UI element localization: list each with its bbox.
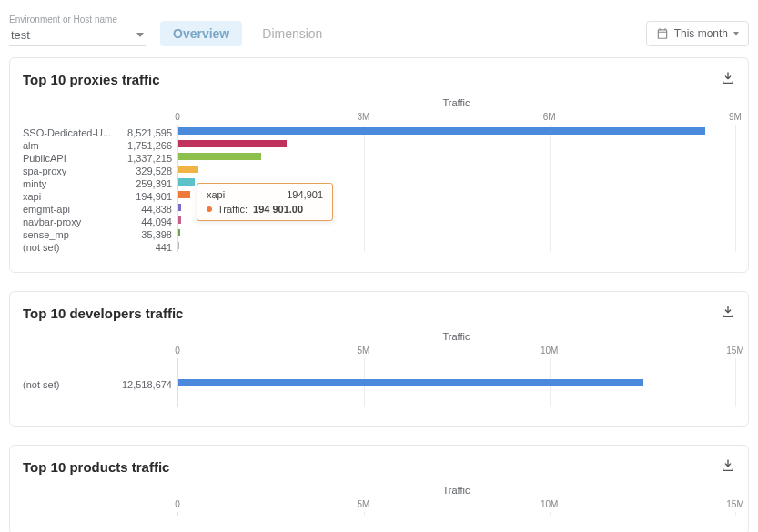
env-label: Environment or Host name xyxy=(9,15,146,25)
tooltip-dot-icon xyxy=(207,206,212,212)
tooltip-series-name: xapi xyxy=(207,189,225,200)
chart-bar-row[interactable] xyxy=(178,150,735,163)
chart-bar xyxy=(178,153,261,160)
chart-tooltip: xapi 194,901 Traffic: 194 901.00 xyxy=(197,183,333,221)
axis-tick: 5M xyxy=(357,346,369,356)
chart-bar-row[interactable] xyxy=(178,125,735,137)
chart-row-label: spa-proxy329,528 xyxy=(23,165,177,177)
gridline xyxy=(735,358,736,407)
chart-bar xyxy=(178,140,287,147)
chart-bar xyxy=(178,127,705,135)
axis-tick: 5M xyxy=(357,499,369,509)
chart-bar xyxy=(178,242,179,249)
panel-title: Top 10 developers traffic xyxy=(23,306,183,321)
chart-row-label: SSO-Dedicated-U...8,521,595 xyxy=(23,126,177,139)
chevron-down-icon xyxy=(136,33,144,37)
panel-developers: Top 10 developers traffic (not set)12,51… xyxy=(9,291,749,427)
chart-bar-row[interactable] xyxy=(178,163,735,176)
chart-row-label: (not set)441 xyxy=(23,241,177,254)
download-icon xyxy=(721,71,735,85)
download-button[interactable] xyxy=(721,458,735,476)
chart-row-label: xapi194,901 xyxy=(23,190,177,203)
chart-row-label: (not set)12,518,674 xyxy=(23,378,177,391)
download-button[interactable] xyxy=(721,71,735,88)
tab-dimension[interactable]: Dimension xyxy=(249,21,335,46)
gridline xyxy=(735,125,736,252)
panel-proxies: Top 10 proxies traffic SSO-Dedicated-U..… xyxy=(9,57,749,273)
axis-tick: 0 xyxy=(175,346,180,356)
chart-bar xyxy=(178,191,190,198)
chart-row-label: navbar-proxy44,094 xyxy=(23,216,177,228)
download-icon xyxy=(721,305,735,319)
chart-bar xyxy=(178,379,643,386)
chart-bar-row[interactable] xyxy=(178,239,735,252)
tooltip-metric-label: Traffic: xyxy=(217,204,248,215)
panel-title: Top 10 proxies traffic xyxy=(23,72,160,87)
chart-bar-row[interactable] xyxy=(178,376,735,389)
panel-products: Top 10 products traffic Traffic 05M10M15… xyxy=(9,445,749,532)
axis-tick: 3M xyxy=(357,112,369,122)
axis-tick: 9M xyxy=(729,112,742,122)
date-range-picker[interactable]: This month xyxy=(646,21,749,46)
axis-tick: 15M xyxy=(726,499,743,509)
axis-tick: 10M xyxy=(541,499,558,509)
chart-row-label: minty259,391 xyxy=(23,177,177,190)
chart-bar xyxy=(178,178,195,186)
tab-overview[interactable]: Overview xyxy=(160,21,242,46)
axis-tick: 6M xyxy=(543,112,556,122)
gridline xyxy=(735,512,736,516)
chart-bar-row[interactable] xyxy=(178,226,735,239)
chart-bar xyxy=(178,204,181,211)
calendar-icon xyxy=(656,27,669,40)
axis-tick: 0 xyxy=(175,499,180,509)
tooltip-series-total: 194,901 xyxy=(287,189,323,200)
chart-row-label: emgmt-api44,838 xyxy=(23,203,177,216)
tooltip-metric-value: 194 901.00 xyxy=(253,204,303,215)
chart-bar xyxy=(178,216,181,224)
chart-bar xyxy=(178,166,198,173)
panel-title: Top 10 products traffic xyxy=(23,459,169,475)
gridline xyxy=(550,512,551,516)
axis-tick: 10M xyxy=(541,346,558,356)
chart-row-label: PublicAPI1,337,215 xyxy=(23,152,177,165)
axis-tick: 0 xyxy=(175,112,180,122)
env-select-value: test xyxy=(11,28,30,42)
chevron-down-icon xyxy=(733,32,739,35)
env-select[interactable]: test xyxy=(9,25,146,46)
gridline xyxy=(364,512,365,516)
chart-axis-title: Traffic xyxy=(177,485,735,496)
chart-axis-title: Traffic xyxy=(177,97,735,108)
chart-row-label: alm1,751,266 xyxy=(23,139,177,152)
download-icon xyxy=(721,458,735,473)
chart-bar xyxy=(178,229,180,236)
date-range-label: This month xyxy=(674,27,728,40)
download-button[interactable] xyxy=(721,305,735,322)
chart-axis-title: Traffic xyxy=(177,331,735,342)
chart-bar-row[interactable] xyxy=(178,137,735,150)
chart-row-label: sense_mp35,398 xyxy=(23,228,177,241)
axis-tick: 15M xyxy=(726,346,743,356)
